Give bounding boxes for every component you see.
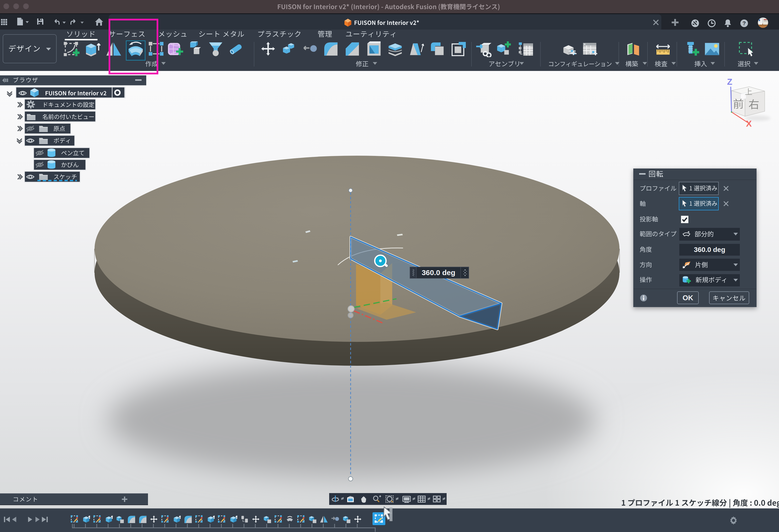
svg-text:?: ? [742,20,746,26]
